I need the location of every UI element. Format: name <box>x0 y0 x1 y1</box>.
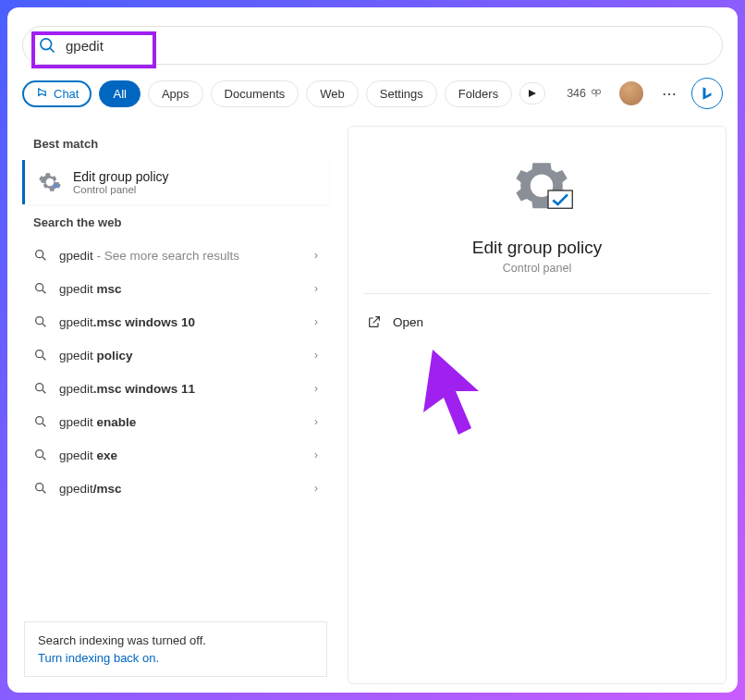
svg-line-13 <box>43 390 45 393</box>
svg-point-14 <box>36 417 43 424</box>
search-icon <box>33 448 48 462</box>
tab-chat[interactable]: Chat <box>22 80 92 107</box>
svg-line-11 <box>43 357 45 360</box>
bing-chat-icon <box>35 87 49 101</box>
search-icon <box>33 481 48 496</box>
results-panel: Best match Edit group policy Control pan… <box>18 126 333 684</box>
gear-icon <box>38 170 62 194</box>
search-icon <box>33 348 48 362</box>
tab-web[interactable]: Web <box>306 80 359 107</box>
svg-line-7 <box>43 290 45 293</box>
tab-apps[interactable]: Apps <box>148 80 203 107</box>
best-match-header: Best match <box>18 126 333 160</box>
points-value: 346 <box>567 87 586 100</box>
indexing-title: Search indexing was turned off. <box>38 633 313 647</box>
more-options-button[interactable]: ⋯ <box>654 85 684 103</box>
search-icon <box>33 381 48 396</box>
svg-point-12 <box>36 384 43 391</box>
web-result-text: gpedit.msc windows 11 <box>59 382 303 396</box>
search-icon <box>33 248 48 263</box>
open-external-icon <box>367 314 382 329</box>
svg-line-9 <box>43 324 45 326</box>
web-result-text: gpedit - See more search results <box>59 249 303 263</box>
detail-icon <box>505 158 569 223</box>
action-label: Open <box>393 315 423 329</box>
indexing-notice: Search indexing was turned off. Turn ind… <box>24 621 327 677</box>
web-result-text: gpedit.msc windows 10 <box>59 315 303 329</box>
tab-settings[interactable]: Settings <box>366 80 437 107</box>
search-icon <box>33 314 48 329</box>
chevron-right-icon: › <box>314 315 318 328</box>
tab-folders[interactable]: Folders <box>445 80 512 107</box>
rewards-points[interactable]: 346 <box>561 87 608 100</box>
tab-label: Documents <box>225 87 286 101</box>
web-header: Search the web <box>18 204 333 239</box>
tabs-row: Chat All Apps Documents Web Settings Fol… <box>18 78 727 109</box>
detail-panel: Edit group policy Control panel Open <box>348 126 727 684</box>
svg-line-19 <box>43 490 45 493</box>
web-result-text: gpedit msc <box>59 282 303 296</box>
web-result-item[interactable]: gpedit.msc windows 11› <box>18 372 333 405</box>
web-result-item[interactable]: gpedit/msc› <box>18 472 333 505</box>
tab-label: Apps <box>162 87 189 101</box>
search-icon <box>33 281 48 296</box>
svg-point-3 <box>596 90 601 94</box>
tab-label: Web <box>320 87 345 101</box>
chevron-right-icon: › <box>314 448 318 461</box>
chevron-right-icon: › <box>314 482 318 495</box>
bing-icon <box>699 85 715 102</box>
svg-point-2 <box>592 90 596 94</box>
detail-title: Edit group policy <box>472 238 602 258</box>
web-result-text: gpedit/msc <box>59 482 303 496</box>
more-tabs-button[interactable] <box>519 82 545 104</box>
chevron-right-icon: › <box>314 282 318 295</box>
tab-label: Folders <box>458 87 498 101</box>
content-area: Best match Edit group policy Control pan… <box>18 126 727 684</box>
web-result-text: gpedit policy <box>59 349 303 362</box>
svg-line-17 <box>43 457 45 460</box>
search-bar[interactable] <box>22 26 723 65</box>
play-icon <box>528 89 537 98</box>
svg-point-6 <box>36 284 43 291</box>
svg-line-5 <box>43 257 45 260</box>
detail-subtitle: Control panel <box>503 262 571 275</box>
best-match-item[interactable]: Edit group policy Control panel <box>22 160 329 204</box>
tab-label: Settings <box>380 87 423 101</box>
web-result-item[interactable]: gpedit policy› <box>18 338 333 372</box>
bing-button[interactable] <box>691 78 723 109</box>
search-window: Chat All Apps Documents Web Settings Fol… <box>7 7 738 693</box>
tab-documents[interactable]: Documents <box>211 80 299 107</box>
trophy-icon <box>590 87 603 100</box>
svg-line-1 <box>50 48 54 52</box>
divider <box>363 293 711 294</box>
best-match-subtitle: Control panel <box>73 184 169 195</box>
web-result-item[interactable]: gpedit - See more search results› <box>18 239 333 272</box>
svg-point-4 <box>36 251 43 258</box>
web-result-text: gpedit enable <box>59 415 303 429</box>
svg-point-16 <box>36 450 43 458</box>
chevron-right-icon: › <box>314 382 318 395</box>
svg-line-15 <box>43 424 45 426</box>
web-result-text: gpedit exe <box>59 448 303 462</box>
tab-label: Chat <box>54 87 79 101</box>
indexing-link[interactable]: Turn indexing back on. <box>38 651 313 665</box>
search-icon <box>33 414 48 429</box>
search-input[interactable] <box>66 38 707 54</box>
avatar[interactable] <box>619 81 643 105</box>
tab-label: All <box>113 87 126 101</box>
best-match-title: Edit group policy <box>73 169 169 184</box>
open-action[interactable]: Open <box>363 309 711 335</box>
chevron-right-icon: › <box>314 349 318 362</box>
svg-point-10 <box>36 350 43 358</box>
svg-rect-20 <box>548 190 572 208</box>
web-results-list: gpedit - See more search results›gpedit … <box>18 239 333 505</box>
svg-point-0 <box>41 39 52 50</box>
chevron-right-icon: › <box>314 415 318 428</box>
tab-all[interactable]: All <box>99 80 140 107</box>
web-result-item[interactable]: gpedit exe› <box>18 438 333 472</box>
web-result-item[interactable]: gpedit msc› <box>18 272 333 305</box>
svg-point-8 <box>36 317 43 325</box>
web-result-item[interactable]: gpedit enable› <box>18 405 333 438</box>
search-icon <box>38 36 56 55</box>
web-result-item[interactable]: gpedit.msc windows 10› <box>18 305 333 338</box>
